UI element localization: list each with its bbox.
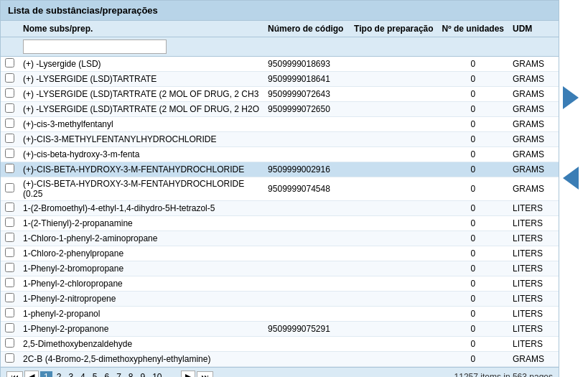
checkbox-input[interactable] xyxy=(5,338,14,348)
row-type xyxy=(350,147,437,162)
row-checkbox[interactable] xyxy=(1,261,19,276)
row-checkbox[interactable] xyxy=(1,87,19,102)
table-row: 1-(2-Thienyl)-2-propanamine 0 LITERS xyxy=(1,216,559,231)
col-udm: UDM xyxy=(508,21,559,37)
checkbox-input[interactable] xyxy=(5,88,14,98)
table-row: 1-(2-Bromoethyl)-4-ethyl-1,4-dihydro-5H-… xyxy=(1,201,559,216)
row-units: 0 xyxy=(438,292,508,307)
row-checkbox[interactable] xyxy=(1,337,19,352)
row-units: 0 xyxy=(438,352,508,367)
row-udm: LITERS xyxy=(508,276,559,292)
page-7[interactable]: 7 xyxy=(113,371,124,378)
col-checkbox xyxy=(1,21,19,37)
arrow-right-1[interactable] xyxy=(563,86,579,109)
row-checkbox[interactable] xyxy=(1,352,19,367)
side-arrows xyxy=(559,0,588,190)
checkbox-input[interactable] xyxy=(5,134,14,143)
row-checkbox[interactable] xyxy=(1,276,19,292)
checkbox-input[interactable] xyxy=(5,103,14,113)
pagination-controls[interactable]: ⏮ ◀ 1 2 3 4 5 6 7 8 9 10 ... ▶ ⏭ xyxy=(6,371,213,377)
row-name: 1-(2-Thienyl)-2-propanamine xyxy=(19,216,263,231)
next-page-button[interactable]: ▶ xyxy=(181,371,195,377)
checkbox-input[interactable] xyxy=(5,353,14,363)
arrow-left-1[interactable] xyxy=(563,167,579,190)
checkbox-input[interactable] xyxy=(5,203,14,212)
row-units: 0 xyxy=(438,117,508,132)
row-type xyxy=(350,201,437,216)
row-checkbox[interactable] xyxy=(1,132,19,147)
row-checkbox[interactable] xyxy=(1,177,19,201)
row-checkbox[interactable] xyxy=(1,147,19,162)
row-name: 1-Phenyl-2-propanone xyxy=(19,322,263,337)
page-3[interactable]: 3 xyxy=(65,371,76,378)
checkbox-input[interactable] xyxy=(5,118,14,128)
row-type xyxy=(350,102,437,117)
row-udm: GRAMS xyxy=(508,57,559,72)
row-checkbox[interactable] xyxy=(1,201,19,216)
row-code: 9509999018641 xyxy=(263,72,350,87)
row-checkbox[interactable] xyxy=(1,292,19,307)
table-row: (+) -LYSERGIDE (LSD)TARTRATE 95099990186… xyxy=(1,72,559,87)
checkbox-input[interactable] xyxy=(5,164,14,173)
last-page-button[interactable]: ⏭ xyxy=(197,371,213,378)
row-name: 1-Phenyl-2-bromopropane xyxy=(19,261,263,276)
row-checkbox[interactable] xyxy=(1,216,19,231)
table-row: (+) -LYSERGIDE (LSD)TARTRATE (2 MOL OF D… xyxy=(1,102,559,117)
checkbox-input[interactable] xyxy=(5,218,14,227)
row-checkbox[interactable] xyxy=(1,72,19,87)
page-2[interactable]: 2 xyxy=(54,371,65,378)
table-row: (+)-CIS-BETA-HYDROXY-3-M-FENTAHYDROCHLOR… xyxy=(1,177,559,201)
row-code: 9509999075291 xyxy=(263,322,350,337)
checkbox-input[interactable] xyxy=(5,293,14,302)
row-units: 0 xyxy=(438,177,508,201)
panel-title: Lista de substâncias/preparações xyxy=(1,1,559,21)
checkbox-input[interactable] xyxy=(5,323,14,332)
row-name: 1-phenyl-2-propanol xyxy=(19,307,263,322)
row-units: 0 xyxy=(438,102,508,117)
row-code xyxy=(263,246,350,261)
checkbox-input[interactable] xyxy=(5,278,14,287)
checkbox-input[interactable] xyxy=(5,233,14,242)
checkbox-input[interactable] xyxy=(5,183,14,192)
page-5[interactable]: 5 xyxy=(90,371,101,378)
checkbox-input[interactable] xyxy=(5,149,14,158)
page-1[interactable]: 1 xyxy=(40,371,52,378)
checkbox-input[interactable] xyxy=(5,248,14,257)
row-checkbox[interactable] xyxy=(1,162,19,177)
checkbox-input[interactable] xyxy=(5,73,14,83)
table-row: 1-Phenyl-2-propanone 9509999075291 0 LIT… xyxy=(1,322,559,337)
row-name: (+) -LYSERGIDE (LSD)TARTRATE (2 MOL OF D… xyxy=(19,102,263,117)
row-checkbox[interactable] xyxy=(1,117,19,132)
page-8[interactable]: 8 xyxy=(126,371,136,378)
row-name: (+)-CIS-3-METHYLFENTANYLHYDROCHLORIDE xyxy=(19,132,263,147)
row-code xyxy=(263,132,350,147)
search-input[interactable] xyxy=(23,39,167,54)
row-name: 1-Phenyl-2-chloropropane xyxy=(19,276,263,292)
table-row: 1-Chloro-1-phenyl-2-aminopropane 0 LITER… xyxy=(1,231,559,246)
row-code xyxy=(263,307,350,322)
row-checkbox[interactable] xyxy=(1,57,19,72)
checkbox-input[interactable] xyxy=(5,58,14,68)
row-checkbox[interactable] xyxy=(1,231,19,246)
table-row: (+)-cis-3-methylfentanyl 0 GRAMS xyxy=(1,117,559,132)
row-checkbox[interactable] xyxy=(1,102,19,117)
checkbox-input[interactable] xyxy=(5,263,14,272)
prev-page-button[interactable]: ◀ xyxy=(24,371,39,377)
row-code xyxy=(263,201,350,216)
first-page-button[interactable]: ⏮ xyxy=(6,371,23,378)
row-name: 1-Phenyl-2-nitropropene xyxy=(19,292,263,307)
row-udm: LITERS xyxy=(508,216,559,231)
page-6[interactable]: 6 xyxy=(101,371,112,378)
checkbox-input[interactable] xyxy=(5,308,14,317)
page-10[interactable]: 10 xyxy=(149,371,164,378)
page-9[interactable]: 9 xyxy=(138,371,149,378)
page-4[interactable]: 4 xyxy=(78,371,88,378)
row-checkbox[interactable] xyxy=(1,246,19,261)
table-row: (+) -LYSERGIDE (LSD)TARTRATE (2 MOL OF D… xyxy=(1,87,559,102)
row-checkbox[interactable] xyxy=(1,322,19,337)
table-row: (+)-cis-beta-hydroxy-3-m-fenta 0 GRAMS xyxy=(1,147,559,162)
row-units: 0 xyxy=(438,201,508,216)
row-checkbox[interactable] xyxy=(1,307,19,322)
row-udm: GRAMS xyxy=(508,162,559,177)
pagination-info: 11257 items in 563 pages xyxy=(454,372,553,378)
